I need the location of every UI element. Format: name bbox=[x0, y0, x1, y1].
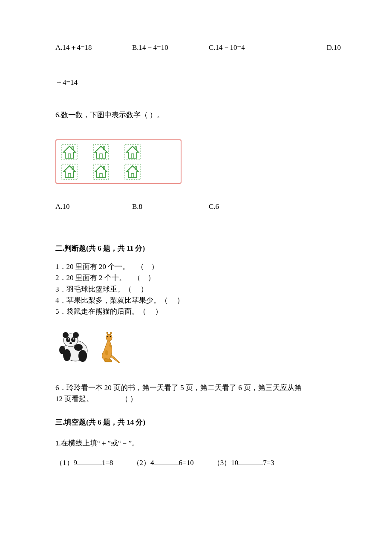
house-icon bbox=[124, 144, 141, 161]
fill-blank-2: （2）46=10 bbox=[133, 458, 194, 468]
q6-options-row: A.10 B.8 C.6 bbox=[55, 202, 341, 212]
svg-rect-22 bbox=[131, 173, 134, 178]
svg-point-37 bbox=[106, 334, 112, 341]
tf-item-5: 5．袋鼠走在熊猫的后面。（ ） bbox=[55, 306, 341, 317]
q6-house-figure bbox=[55, 139, 182, 184]
fill-blank-3: （3）107=3 bbox=[213, 458, 274, 468]
svg-point-39 bbox=[110, 336, 111, 337]
svg-marker-13 bbox=[63, 166, 75, 178]
tf-item-4: 4．苹果比梨多，梨就比苹果少。（ ） bbox=[55, 295, 341, 306]
fill-blank-3-pre: （3）10 bbox=[213, 459, 239, 467]
fill-blank-2-pre: （2）4 bbox=[133, 459, 154, 467]
svg-point-35 bbox=[74, 344, 83, 351]
tf-item-6-line2-pre: 12 页看起。 bbox=[55, 393, 121, 405]
svg-point-38 bbox=[107, 336, 109, 337]
svg-rect-10 bbox=[131, 154, 134, 158]
q6-option-a: A.10 bbox=[55, 202, 132, 212]
q5-option-d: D.10 bbox=[326, 43, 341, 53]
tf-item-2: 2．20 里面有 2 个十。 （ ） bbox=[55, 272, 341, 283]
tf-list: 1．20 里面有 20 个一。 （ ） 2．20 里面有 2 个十。 （ ） 3… bbox=[55, 261, 341, 318]
svg-point-36 bbox=[59, 346, 65, 354]
svg-point-32 bbox=[69, 342, 72, 344]
blank-line[interactable] bbox=[154, 458, 179, 465]
house-icon bbox=[61, 144, 78, 161]
q6-text: 6.数一数，下图中表示数字（ ）。 bbox=[55, 110, 341, 120]
svg-point-27 bbox=[73, 332, 79, 338]
q5-option-d-wrapped: ＋4=14 bbox=[55, 78, 341, 88]
q5-option-a: A.14＋4=18 bbox=[55, 43, 132, 53]
tf-item-1: 1．20 里面有 20 个一。 （ ） bbox=[55, 261, 341, 272]
svg-point-29 bbox=[71, 337, 75, 342]
fill-blank-1: （1）91=8 bbox=[55, 458, 113, 468]
tf-item-6-paren: （ ） bbox=[121, 393, 137, 405]
svg-point-34 bbox=[78, 350, 87, 362]
house-icon bbox=[124, 163, 141, 180]
tf-item-6: 6．玲玲看一本 20 页的书，第一天看了 5 页，第二天看了 6 页，第三天应从… bbox=[55, 382, 341, 405]
svg-marker-21 bbox=[127, 166, 138, 178]
tf-item-6-line1: 6．玲玲看一本 20 页的书，第一天看了 5 页，第二天看了 6 页，第三天应从… bbox=[55, 382, 341, 393]
section2-header: 二.判断题(共 6 题，共 11 分) bbox=[55, 243, 341, 254]
svg-rect-14 bbox=[68, 173, 71, 178]
fill-q1-text: 1.在横线上填“＋”或“－”。 bbox=[55, 438, 341, 448]
fill-blank-1-post: 1=8 bbox=[102, 459, 113, 467]
tf-item-6-line2: 12 页看起。 （ ） bbox=[55, 393, 341, 405]
house-row bbox=[61, 163, 179, 180]
svg-rect-2 bbox=[68, 154, 71, 158]
svg-point-31 bbox=[73, 338, 75, 339]
blank-line[interactable] bbox=[77, 458, 102, 465]
svg-marker-9 bbox=[127, 146, 138, 158]
tf-item-3: 3．羽毛球比篮球重。（ ） bbox=[55, 284, 341, 295]
blank-line[interactable] bbox=[238, 458, 263, 465]
svg-point-26 bbox=[63, 332, 69, 338]
svg-marker-5 bbox=[95, 146, 107, 158]
kangaroo-icon bbox=[100, 331, 122, 364]
svg-point-30 bbox=[68, 338, 69, 339]
q5-option-c: C.14－10=4 bbox=[209, 43, 307, 53]
fill-blank-1-pre: （1）9 bbox=[55, 459, 77, 467]
svg-rect-18 bbox=[100, 173, 102, 178]
house-icon bbox=[61, 163, 78, 180]
fill-row: （1）91=8 （2）46=10 （3）107=3 bbox=[55, 458, 341, 468]
q6-option-c: C.6 bbox=[209, 202, 219, 212]
q5-option-b: B.14－4=10 bbox=[132, 43, 209, 53]
animals-figure bbox=[56, 330, 341, 364]
svg-marker-17 bbox=[95, 166, 107, 178]
q5-options-row: A.14＋4=18 B.14－4=10 C.14－10=4 D.10 bbox=[55, 43, 341, 53]
house-icon bbox=[92, 144, 110, 161]
svg-marker-1 bbox=[63, 146, 75, 158]
fill-blank-2-post: 6=10 bbox=[179, 459, 194, 467]
house-icon bbox=[92, 163, 110, 180]
svg-point-28 bbox=[66, 337, 70, 342]
house-row bbox=[61, 144, 179, 161]
section3-header: 三.填空题(共 6 题，共 14 分) bbox=[55, 417, 341, 428]
q6-option-b: B.8 bbox=[132, 202, 209, 212]
svg-rect-6 bbox=[100, 154, 102, 158]
panda-icon bbox=[56, 330, 95, 364]
fill-blank-3-post: 7=3 bbox=[263, 459, 274, 467]
